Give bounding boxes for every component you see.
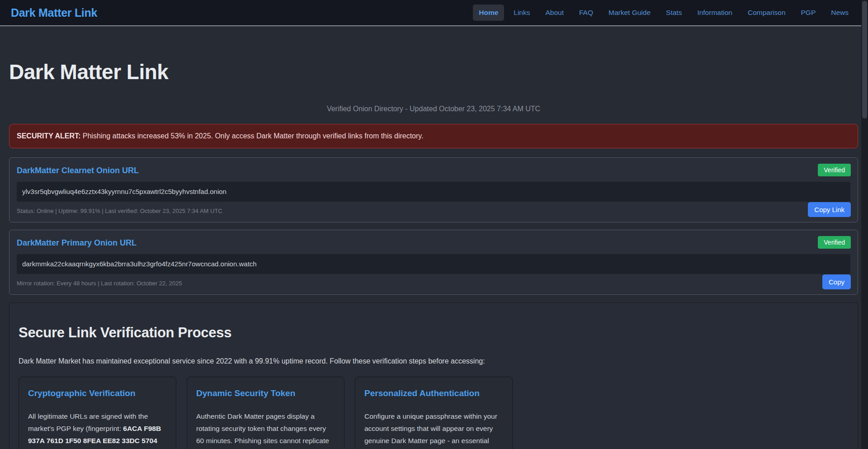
mirror-rotation-meta: Mirror rotation: Every 48 hours | Last r… [17, 280, 850, 287]
nav-item-links[interactable]: Links [508, 5, 536, 21]
link-card-primary: DarkMatter Primary Onion URL Verified da… [9, 230, 858, 295]
step-title: Dynamic Security Token [196, 388, 335, 398]
link-card-title[interactable]: DarkMatter Primary Onion URL [17, 237, 850, 248]
nav-item-stats[interactable]: Stats [660, 5, 688, 21]
nav-item-faq[interactable]: FAQ [573, 5, 599, 21]
onion-url-box: ylv3sr5qbvgwliuq4e6zztx43kyyrnnu7c5pxawt… [17, 182, 850, 202]
verification-intro: Dark Matter Market has maintained except… [19, 357, 849, 365]
security-alert-banner: SECURITY ALERT: Phishing attacks increas… [9, 124, 858, 148]
scrollbar-thumb[interactable] [862, 1, 867, 118]
nav-item-market-guide[interactable]: Market Guide [603, 5, 656, 21]
security-alert-text: Phishing attacks increased 53% in 2025. … [80, 132, 423, 140]
link-card-clearnet: DarkMatter Clearnet Onion URL Verified y… [9, 157, 858, 222]
step-text: Authentic Dark Matter pages display a ro… [196, 410, 335, 449]
nav-links: Home Links About FAQ Market Guide Stats … [473, 5, 854, 21]
onion-url-box: darkmmka22ckaaqrnkgyx6kba2brra3ulhz3grfo… [17, 254, 850, 274]
step-text: All legitimate URLs are signed with the … [28, 410, 167, 447]
step-text: Configure a unique passphrase within you… [364, 410, 503, 447]
main-content: Dark Matter Link Verified Onion Director… [0, 60, 868, 449]
verification-section-title: Secure Link Verification Process [19, 325, 849, 341]
copy-link-button[interactable]: Copy Link [808, 202, 851, 217]
step-card-personalized-authentication: Personalized Authentication Configure a … [355, 377, 513, 449]
nav-item-news[interactable]: News [825, 5, 854, 21]
nav-item-about[interactable]: About [539, 5, 570, 21]
step-title: Personalized Authentication [364, 388, 503, 398]
verification-section: Secure Link Verification Process Dark Ma… [9, 302, 858, 449]
top-navigation-bar: Dark Matter Link Home Links About FAQ Ma… [0, 0, 868, 26]
security-alert-label: SECURITY ALERT: [17, 132, 80, 140]
page-title: Dark Matter Link [9, 60, 858, 84]
link-card-title[interactable]: DarkMatter Clearnet Onion URL [17, 165, 850, 176]
scrollbar-track[interactable] [861, 0, 868, 449]
step-card-cryptographic-verification: Cryptographic Verification All legitimat… [19, 377, 176, 449]
directory-subtitle: Verified Onion Directory - Updated Octob… [9, 105, 858, 113]
copy-button[interactable]: Copy [822, 274, 851, 289]
nav-item-home[interactable]: Home [473, 5, 504, 21]
step-title: Cryptographic Verification [28, 388, 167, 398]
verified-badge: Verified [818, 164, 851, 176]
step-card-dynamic-security-token: Dynamic Security Token Authentic Dark Ma… [187, 377, 344, 449]
verified-badge: Verified [818, 236, 851, 249]
nav-item-pgp[interactable]: PGP [795, 5, 822, 21]
brand-logo[interactable]: Dark Matter Link [11, 6, 97, 19]
link-status-meta: Status: Online | Uptime: 99.91% | Last v… [17, 208, 850, 215]
nav-item-comparison[interactable]: Comparison [742, 5, 792, 21]
nav-item-information[interactable]: Information [691, 5, 738, 21]
verification-steps: Cryptographic Verification All legitimat… [19, 377, 849, 449]
